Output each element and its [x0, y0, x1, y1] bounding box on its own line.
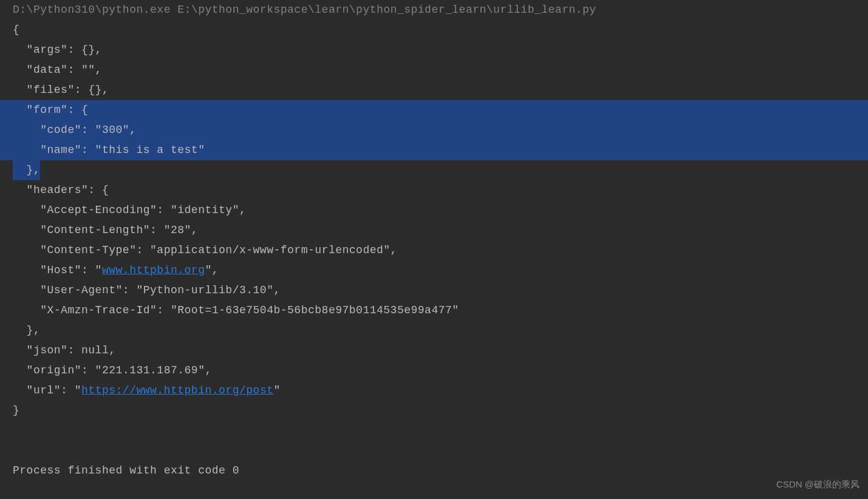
json-user-agent: "User-Agent": "Python-urllib/3.10", — [13, 280, 868, 300]
json-headers-close: }, — [13, 321, 868, 341]
json-form-close: }, — [13, 160, 868, 180]
json-headers-open: "headers": { — [13, 180, 868, 200]
json-form-name: "name": "this is a test" — [0, 140, 868, 160]
exit-line: Process finished with exit code 0 — [13, 461, 868, 481]
json-accept-encoding: "Accept-Encoding": "identity", — [13, 200, 868, 220]
url-link[interactable]: https://www.httpbin.org/post — [81, 384, 273, 396]
json-open: { — [13, 20, 868, 40]
watermark: CSDN @破浪的乘风 — [776, 474, 859, 494]
blank-line-1 — [13, 421, 868, 441]
json-form-code: "code": "300", — [0, 120, 868, 140]
json-content-type: "Content-Type": "application/x-www-form-… — [13, 240, 868, 260]
json-data: "data": "", — [13, 60, 868, 80]
json-origin: "origin": "221.131.187.69", — [13, 361, 868, 381]
json-url: "url": "https://www.httpbin.org/post" — [13, 381, 868, 401]
json-host: "Host": "www.httpbin.org", — [13, 260, 868, 280]
json-content-length: "Content-Length": "28", — [13, 220, 868, 240]
host-link[interactable]: www.httpbin.org — [102, 264, 205, 276]
json-files: "files": {}, — [13, 80, 868, 100]
json-form-open: "form": { — [0, 100, 868, 120]
console-output[interactable]: D:\Python310\python.exe E:\python_worksp… — [0, 0, 868, 481]
json-close: } — [13, 401, 868, 421]
json-json: "json": null, — [13, 341, 868, 361]
json-trace-id: "X-Amzn-Trace-Id": "Root=1-63e7504b-56bc… — [13, 300, 868, 321]
command-line: D:\Python310\python.exe E:\python_worksp… — [13, 0, 868, 20]
json-args: "args": {}, — [13, 40, 868, 60]
blank-line-2 — [13, 441, 868, 461]
